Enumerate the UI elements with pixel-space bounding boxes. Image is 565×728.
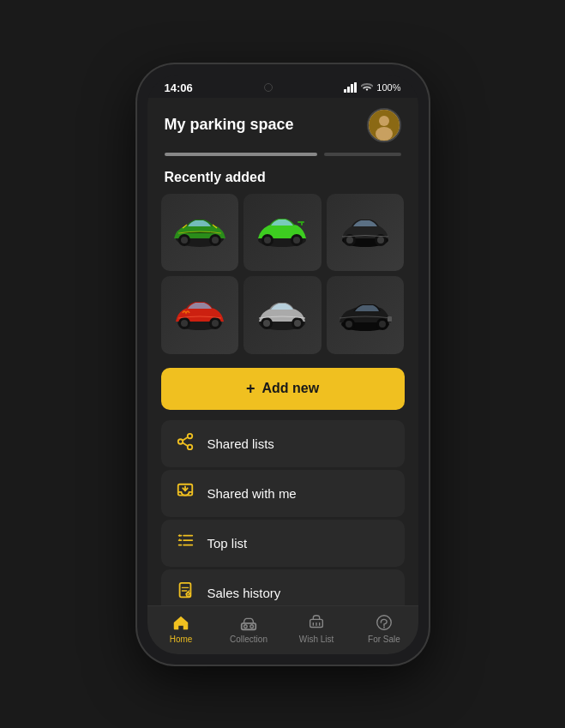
- shared-with-me-label: Shared with me: [207, 486, 297, 501]
- inbox-icon: [175, 482, 195, 505]
- svg-rect-49: [177, 544, 182, 546]
- car-card-6[interactable]: [327, 276, 405, 354]
- phone-screen: 14:06 100% My parki: [147, 75, 418, 654]
- status-time: 14:06: [165, 81, 193, 94]
- header: My parking space: [147, 98, 418, 149]
- battery-label: 100%: [376, 82, 400, 93]
- svg-point-65: [383, 626, 385, 628]
- wifi-icon: [361, 83, 373, 93]
- car-image-3: [331, 211, 400, 254]
- menu-item-sales-history[interactable]: Sales history: [161, 569, 405, 605]
- nav-collection-label: Collection: [230, 635, 267, 644]
- status-icons: 100%: [344, 82, 400, 93]
- svg-rect-1: [347, 87, 350, 93]
- svg-point-59: [250, 624, 254, 628]
- svg-point-26: [181, 320, 188, 327]
- car-card-3[interactable]: [327, 194, 405, 272]
- nav-home[interactable]: Home: [147, 613, 215, 644]
- sales-history-label: Sales history: [207, 586, 281, 600]
- svg-point-5: [379, 116, 389, 126]
- car-image-4: [165, 294, 234, 337]
- svg-point-9: [181, 237, 188, 244]
- nav-home-label: Home: [170, 635, 193, 644]
- svg-point-21: [346, 237, 353, 244]
- nav-wishlist-label: Wish List: [299, 635, 334, 644]
- scroll-content[interactable]: My parking space Recently added: [147, 98, 418, 605]
- svg-rect-2: [351, 84, 353, 93]
- avatar-image: [369, 110, 400, 141]
- nav-forsale[interactable]: For Sale: [351, 613, 418, 644]
- cloud-icon: [307, 613, 326, 632]
- list-icon: 1 2: [175, 532, 195, 555]
- phone-frame: 14:06 100% My parki: [137, 64, 429, 665]
- svg-point-58: [244, 624, 248, 628]
- page-title: My parking space: [165, 116, 294, 134]
- car-image-1: [165, 211, 234, 254]
- signal-icon: [344, 82, 358, 93]
- svg-point-36: [346, 321, 352, 328]
- add-new-label: Add new: [261, 381, 319, 396]
- svg-point-23: [377, 237, 384, 244]
- plus-icon: +: [246, 380, 255, 398]
- svg-point-33: [294, 320, 301, 327]
- svg-rect-39: [388, 316, 392, 322]
- progress-tabs: [147, 149, 418, 166]
- svg-line-43: [182, 437, 187, 441]
- add-new-button[interactable]: + Add new: [161, 368, 405, 410]
- menu-item-shared-with-me[interactable]: Shared with me: [161, 470, 405, 517]
- share-icon: [175, 432, 195, 455]
- menu-item-shared-lists[interactable]: Shared lists: [161, 420, 405, 467]
- svg-point-6: [376, 127, 393, 141]
- car-image-2: [248, 211, 316, 254]
- svg-point-31: [263, 320, 270, 327]
- recently-added-title: Recently added: [147, 166, 418, 194]
- status-bar: 14:06 100%: [147, 75, 418, 98]
- home-icon: [171, 613, 190, 632]
- car-card-1[interactable]: [161, 194, 239, 272]
- car-card-4[interactable]: [161, 276, 239, 354]
- receipt-icon: [175, 581, 195, 605]
- car-image-5: [248, 294, 316, 337]
- svg-point-14: [264, 237, 271, 244]
- svg-rect-0: [344, 89, 346, 93]
- nav-forsale-label: For Sale: [368, 635, 400, 644]
- svg-point-11: [212, 237, 219, 244]
- svg-point-16: [293, 237, 300, 244]
- car-card-5[interactable]: [243, 276, 322, 354]
- top-list-label: Top list: [207, 536, 248, 551]
- car-grid: [147, 194, 418, 364]
- shared-lists-label: Shared lists: [207, 436, 274, 451]
- nav-collection[interactable]: Collection: [215, 613, 283, 644]
- svg-rect-18: [301, 221, 303, 226]
- avatar[interactable]: [367, 108, 401, 142]
- nav-wishlist[interactable]: Wish List: [283, 613, 351, 644]
- car-image-6: [331, 294, 400, 337]
- camera-notch: [264, 83, 273, 92]
- car-card-2[interactable]: [243, 194, 322, 272]
- menu-item-top-list[interactable]: 1 2 Top list: [161, 520, 405, 567]
- svg-rect-3: [354, 82, 357, 93]
- bottom-nav: Home Collection Wish: [147, 605, 418, 654]
- progress-tab-active[interactable]: [165, 153, 318, 156]
- svg-point-38: [379, 321, 386, 328]
- forsale-icon: [375, 613, 394, 632]
- progress-tab-inactive[interactable]: [324, 153, 400, 156]
- svg-point-28: [212, 320, 219, 327]
- collection-icon: [239, 613, 258, 632]
- svg-line-44: [182, 442, 187, 446]
